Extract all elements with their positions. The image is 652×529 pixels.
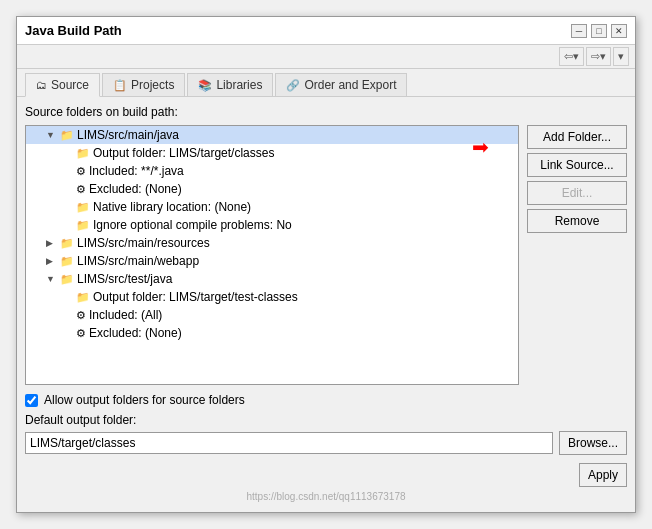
folder-icon: 📁: [60, 129, 74, 142]
apply-button[interactable]: Apply: [579, 463, 627, 487]
settings-icon: ⚙: [76, 327, 86, 340]
tree-row[interactable]: 📁 Native library location: (None): [26, 198, 518, 216]
tree-label: LIMS/src/main/resources: [77, 236, 514, 250]
tree-label: Excluded: (None): [89, 182, 514, 196]
settings-icon: ⚙: [76, 183, 86, 196]
folder-icon: 📁: [76, 291, 90, 304]
tree-row[interactable]: ⚙ Excluded: (None): [26, 180, 518, 198]
tab-libraries[interactable]: 📚 Libraries: [187, 73, 273, 96]
tree-label: Excluded: (None): [89, 326, 514, 340]
content-area: Source folders on build path: ▼ 📁 LIMS/s…: [17, 97, 635, 512]
tree-toggle: [62, 166, 76, 176]
libraries-tab-icon: 📚: [198, 79, 212, 92]
tree-toggle: [62, 292, 76, 302]
forward-button[interactable]: ⇨▾: [586, 47, 611, 66]
tree-row[interactable]: ▼ 📁 LIMS/src/main/java: [26, 126, 518, 144]
tree-toggle: [62, 202, 76, 212]
projects-tab-icon: 📋: [113, 79, 127, 92]
minimize-button[interactable]: ─: [571, 24, 587, 38]
source-tab-icon: 🗂: [36, 79, 47, 91]
tab-order-export-label: Order and Export: [304, 78, 396, 92]
order-export-tab-icon: 🔗: [286, 79, 300, 92]
allow-output-folders-label[interactable]: Allow output folders for source folders: [44, 393, 245, 407]
browse-button[interactable]: Browse...: [559, 431, 627, 455]
java-build-path-window: Java Build Path ─ □ ✕ ⇦▾ ⇨▾ ▾ 🗂 Source 📋…: [16, 16, 636, 513]
back-button[interactable]: ⇦▾: [559, 47, 584, 66]
tree-toggle: [62, 310, 76, 320]
apply-row: Apply: [25, 463, 627, 487]
main-area: ▼ 📁 LIMS/src/main/java 📁 Output folder: …: [25, 125, 627, 385]
allow-output-folders-checkbox[interactable]: [25, 394, 38, 407]
tree-label: Output folder: LIMS/target/test-classes: [93, 290, 514, 304]
folder-icon: 📁: [76, 219, 90, 232]
tree-row[interactable]: ▶ 📁 LIMS/src/main/resources: [26, 234, 518, 252]
tab-source[interactable]: 🗂 Source: [25, 73, 100, 97]
tab-projects-label: Projects: [131, 78, 174, 92]
add-folder-button[interactable]: Add Folder...: [527, 125, 627, 149]
section-label: Source folders on build path:: [25, 105, 627, 119]
action-buttons: ➡ Add Folder... Link Source... Edit... R…: [527, 125, 627, 385]
tab-libraries-label: Libraries: [216, 78, 262, 92]
tree-label: LIMS/src/main/java: [77, 128, 514, 142]
menu-button[interactable]: ▾: [613, 47, 629, 66]
tab-order-export[interactable]: 🔗 Order and Export: [275, 73, 407, 96]
folder-icon: 📁: [60, 255, 74, 268]
tree-label: Output folder: LIMS/target/classes: [93, 146, 514, 160]
tab-source-label: Source: [51, 78, 89, 92]
folder-icon: 📁: [60, 273, 74, 286]
folder-icon: 📁: [76, 147, 90, 160]
bottom-section: Allow output folders for source folders …: [25, 393, 627, 455]
tree-toggle: [62, 148, 76, 158]
tree-row[interactable]: 📁 Ignore optional compile problems: No: [26, 216, 518, 234]
default-output-label: Default output folder:: [25, 413, 627, 427]
folder-icon: 📁: [60, 237, 74, 250]
tree-row[interactable]: ⚙ Included: **/*.java: [26, 162, 518, 180]
tree-toggle: [62, 220, 76, 230]
nav-bar: ⇦▾ ⇨▾ ▾: [17, 45, 635, 69]
output-row: Browse...: [25, 431, 627, 455]
title-bar-controls: ─ □ ✕: [571, 24, 627, 38]
tree-row[interactable]: 📁 Output folder: LIMS/target/test-classe…: [26, 288, 518, 306]
tree-toggle: [62, 328, 76, 338]
tree-row[interactable]: ⚙ Included: (All): [26, 306, 518, 324]
tree-toggle[interactable]: ▶: [46, 256, 60, 266]
tree-toggle[interactable]: ▼: [46, 130, 60, 140]
tree-label: LIMS/src/main/webapp: [77, 254, 514, 268]
tree-row[interactable]: ⚙ Excluded: (None): [26, 324, 518, 342]
settings-icon: ⚙: [76, 165, 86, 178]
close-button[interactable]: ✕: [611, 24, 627, 38]
tree-label: Ignore optional compile problems: No: [93, 218, 514, 232]
tree-toggle[interactable]: ▶: [46, 238, 60, 248]
allow-output-folders-row: Allow output folders for source folders: [25, 393, 627, 407]
tree-label: LIMS/src/test/java: [77, 272, 514, 286]
title-bar: Java Build Path ─ □ ✕: [17, 17, 635, 45]
remove-button[interactable]: Remove: [527, 209, 627, 233]
output-folder-input[interactable]: [25, 432, 553, 454]
tree-label: Included: **/*.java: [89, 164, 514, 178]
edit-button[interactable]: Edit...: [527, 181, 627, 205]
source-tree[interactable]: ▼ 📁 LIMS/src/main/java 📁 Output folder: …: [25, 125, 519, 385]
tree-row[interactable]: ▶ 📁 LIMS/src/main/webapp: [26, 252, 518, 270]
link-source-button[interactable]: Link Source...: [527, 153, 627, 177]
tab-projects[interactable]: 📋 Projects: [102, 73, 185, 96]
settings-icon: ⚙: [76, 309, 86, 322]
tree-toggle[interactable]: ▼: [46, 274, 60, 284]
tree-label: Included: (All): [89, 308, 514, 322]
tabs-bar: 🗂 Source 📋 Projects 📚 Libraries 🔗 Order …: [17, 69, 635, 97]
tree-toggle: [62, 184, 76, 194]
tree-row[interactable]: 📁 Output folder: LIMS/target/classes: [26, 144, 518, 162]
window-title: Java Build Path: [25, 23, 122, 38]
watermark: https://blog.csdn.net/qq1113673178: [25, 489, 627, 504]
tree-row[interactable]: ▼ 📁 LIMS/src/test/java: [26, 270, 518, 288]
folder-icon: 📁: [76, 201, 90, 214]
maximize-button[interactable]: □: [591, 24, 607, 38]
tree-label: Native library location: (None): [93, 200, 514, 214]
